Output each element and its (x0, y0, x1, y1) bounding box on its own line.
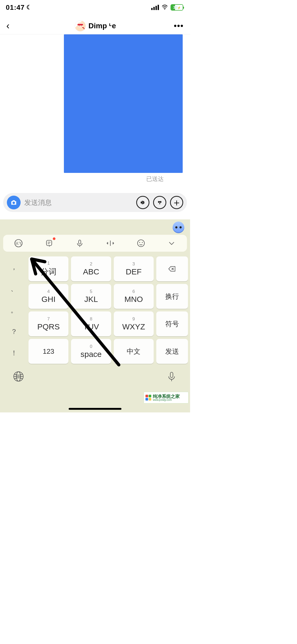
back-button[interactable]: ‹ (6, 20, 17, 31)
keyboard-toolbar: 讯飞 (3, 235, 187, 252)
svg-point-3 (79, 25, 79, 26)
key-8[interactable]: 8TUV (71, 311, 111, 336)
svg-point-19 (139, 242, 140, 243)
svg-point-8 (160, 201, 161, 202)
wifi-icon (162, 4, 168, 11)
keyboard: 讯飞 ， 、 。 ？ (0, 219, 190, 412)
chat-area[interactable]: 已送达 (0, 34, 190, 188)
key-dun[interactable]: 、 (2, 278, 26, 299)
key-3[interactable]: 3DEF (114, 256, 154, 281)
add-button[interactable]: ＋ (170, 196, 183, 209)
watermark-line1: 纯净系统之家 (153, 394, 180, 399)
nav-bar: ‹ Dimp ᶫe ••• (0, 17, 190, 34)
key-newline[interactable]: 换行 (156, 284, 188, 309)
battery-icon: 35⚡ (171, 4, 183, 11)
sent-image-message[interactable] (64, 34, 183, 173)
watermark: 纯净系统之家 www.jcxwjy.com (144, 392, 188, 403)
key-question-cn[interactable]: ？ (2, 321, 26, 342)
emoji-button[interactable] (136, 238, 146, 249)
dictation-button[interactable] (166, 371, 177, 383)
chat-title-text: Dimp ᶫe (88, 21, 116, 30)
voice-wave-button[interactable] (136, 196, 149, 209)
keyboard-avatar-icon[interactable] (173, 222, 184, 233)
cursor-move-button[interactable] (105, 238, 116, 249)
svg-rect-2 (78, 24, 83, 25)
key-exclaim-cn[interactable]: ！ (2, 342, 26, 364)
key-4[interactable]: 4GHI (29, 284, 68, 309)
svg-point-9 (159, 203, 160, 204)
key-space[interactable]: 0space (71, 339, 111, 364)
svg-rect-12 (46, 240, 52, 246)
key-2[interactable]: 2ABC (71, 256, 111, 281)
svg-point-5 (12, 202, 15, 204)
right-function-column: 换行 符号 发送 (156, 256, 188, 364)
key-send[interactable]: 发送 (156, 339, 188, 364)
ime-logo-button[interactable]: 讯飞 (13, 238, 24, 249)
status-bar: 01:47 ☾ 35⚡ (0, 0, 190, 15)
svg-point-0 (164, 9, 165, 10)
watermark-line2: www.jcxwjy.com (153, 399, 180, 401)
key-5[interactable]: 5JKL (71, 284, 111, 309)
keyboard-header (0, 222, 190, 235)
collapse-keyboard-button[interactable] (166, 238, 177, 249)
message-input[interactable]: 发送消息 (24, 198, 133, 207)
clock: 01:47 (6, 3, 25, 12)
delivered-status: 已送达 (146, 175, 164, 183)
svg-point-18 (138, 240, 144, 247)
globe-button[interactable] (13, 371, 24, 383)
mic-button[interactable] (74, 238, 85, 249)
keyboard-bottom-bar (0, 364, 190, 393)
key-symbol[interactable]: 符号 (156, 311, 188, 336)
left-symbol-column: ， 、 。 ？ ！ (2, 256, 26, 364)
svg-point-4 (81, 25, 82, 26)
key-comma-cn[interactable]: ， (2, 256, 26, 278)
key-lang[interactable]: 中文 (114, 339, 154, 364)
avatar (75, 20, 86, 31)
key-6[interactable]: 6MNO (114, 284, 154, 309)
chat-title[interactable]: Dimp ᶫe (17, 20, 174, 31)
key-7[interactable]: 7PQRS (29, 311, 68, 336)
status-left: 01:47 ☾ (6, 3, 32, 12)
key-backspace[interactable] (156, 256, 188, 281)
camera-button[interactable] (7, 196, 21, 209)
status-right: 35⚡ (151, 4, 183, 11)
cell-signal-icon (151, 5, 159, 10)
keypad-grid: ， 、 。 ？ ！ 1分词 2ABC 3DEF 换行 符号 发送 4GHI 5J… (2, 256, 188, 364)
svg-text:讯飞: 讯飞 (15, 242, 22, 245)
notification-dot (53, 237, 55, 240)
watermark-icon (145, 395, 151, 401)
svg-point-7 (158, 201, 159, 202)
key-period-cn[interactable]: 。 (2, 299, 26, 321)
more-button[interactable]: ••• (174, 21, 184, 30)
message-input-bar: 发送消息 ＋ (3, 193, 187, 212)
sticker-button[interactable] (153, 196, 166, 209)
svg-point-20 (142, 242, 143, 243)
do-not-disturb-icon: ☾ (26, 4, 32, 11)
svg-rect-15 (79, 240, 81, 244)
svg-point-6 (141, 202, 142, 203)
key-9[interactable]: 9WXYZ (114, 311, 154, 336)
key-123[interactable]: 123 (29, 339, 68, 364)
key-1[interactable]: 1分词 (29, 256, 68, 281)
home-indicator[interactable] (69, 408, 121, 410)
clipboard-button[interactable] (44, 238, 54, 249)
svg-rect-26 (170, 372, 173, 378)
